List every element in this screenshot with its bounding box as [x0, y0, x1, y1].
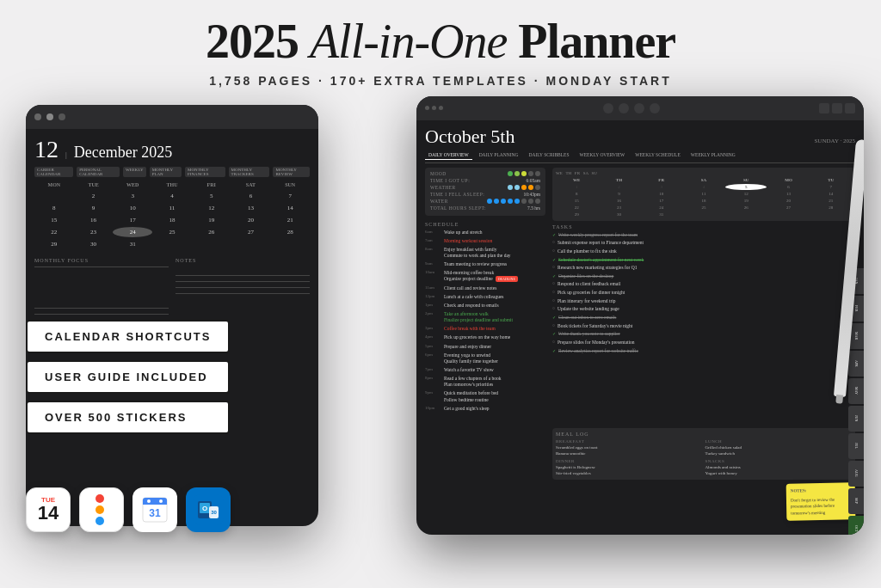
svg-point-4 [147, 499, 151, 503]
rt-icon2 [619, 103, 629, 113]
weather-dots [508, 185, 540, 190]
left-tab-review[interactable]: MONTHLY REVIEW [273, 167, 310, 177]
left-lower-area: MONTHLY FOCUS NOTES [34, 258, 310, 327]
water-dot5 [514, 199, 520, 204]
weather-dot1 [508, 185, 513, 190]
mood-row: MOOD [430, 171, 540, 176]
badge-stickers: OVER 500 STICKERS [26, 401, 230, 434]
sched-5pm: 5pmPrepare and enjoy dinner [425, 344, 545, 350]
breakfast-col: BREAKFAST Scrambled eggs on toastBanana … [556, 439, 703, 456]
left-tab-finances[interactable]: MONTHLY FINANCES [185, 167, 225, 177]
left-tablet-topbar [26, 105, 318, 129]
cal-header-row: MON TUE WED THU FRI SAT SUN [34, 182, 310, 187]
side-tab-sep[interactable]: SEP [848, 488, 864, 514]
sched-8pm: 8pmRead a few chapters of a bookPlan tom… [425, 376, 545, 388]
rt-btn3[interactable] [845, 103, 855, 113]
lunch-col: LUNCH Grilled chicken saladTurkey sandwi… [705, 439, 853, 456]
tab-daily-planning[interactable]: DAILY PLANNING [476, 150, 522, 160]
schedule-title: SCHEDULE [425, 222, 545, 227]
hours-slept-label: TOTAL HOURS SLEPT: [430, 205, 486, 211]
right-tablet: October 5th SUNDAY · 2025 DAILY OVERVIEW… [416, 96, 864, 535]
side-tab-may[interactable]: MAY [848, 378, 864, 404]
task-14: ○Prepare slides for Monday's presentatio… [552, 340, 855, 346]
mood-dot2 [514, 171, 520, 176]
meals-title: MEAL LOG [556, 432, 852, 437]
sched-10pm: 10pmGet a good night's sleep [425, 406, 545, 412]
side-tab-jun[interactable]: JUN [848, 406, 864, 432]
tab-daily-scribbles[interactable]: DAILY SCRIBBLES [525, 150, 572, 160]
left-tab-weekly[interactable]: WEEKLY [123, 167, 146, 177]
left-tab-monthly[interactable]: MONTHLY PLAN [150, 167, 182, 177]
ios-calendar-icon: TUE 14 [26, 487, 71, 532]
title-text-planner: Planner [507, 15, 675, 68]
sched-2pm: 2pmTake an afternoon walkFinalize projec… [425, 311, 545, 323]
rt-dot3 [439, 106, 443, 110]
hours-slept-row: TOTAL HOURS SLEPT: 7.5 hrs [430, 205, 540, 211]
task-1: ✓Write weekly progress report for the te… [552, 232, 855, 238]
schedule-section: SCHEDULE 6amWake up and stretch 7amMorni… [425, 222, 545, 520]
title-text-2025: 2025 [206, 15, 310, 68]
rt-btn1[interactable] [819, 103, 829, 113]
topbar-dot2 [46, 113, 53, 120]
right-tablet-topbar [416, 96, 864, 120]
meals-section: MEAL LOG BREAKFAST Scrambled eggs on toa… [552, 428, 855, 480]
google-calendar-icon: 31 [132, 487, 177, 532]
mood-dot1 [508, 171, 513, 176]
tab-weekly-planning[interactable]: WEEKLY PLANNING [687, 150, 739, 160]
time-asleep-val: 10:43pm [523, 192, 540, 197]
sched-1pm: 1pmCheck and respond to emails [425, 303, 545, 309]
mini-cal-grid: WETHFRSASUMOTU 1234567 891011121314 1516… [556, 177, 852, 217]
time-asleep-label: TIME I FELL ASLEEP: [430, 192, 484, 197]
side-tab-aug[interactable]: AUG [848, 461, 864, 487]
weather-row: WEATHER [430, 185, 540, 190]
mood-dots [508, 171, 540, 176]
tab-daily-overview[interactable]: DAILY OVERVIEW [425, 150, 472, 160]
tasks-title: TASKS [552, 224, 855, 230]
left-tab-career[interactable]: CAREER CALENDAR [34, 167, 73, 177]
outlook-icon: O 30 [186, 487, 231, 532]
left-tab-trackers[interactable]: MONTHLY TRACKERS [229, 167, 270, 177]
subtitle: 1,758 PAGES · 170+ EXTRA TEMPLATES · MON… [0, 74, 881, 88]
water-dots [487, 199, 540, 204]
svg-text:31: 31 [149, 507, 161, 519]
content-area: 12 | December 2025 CAREER CALENDAR PERSO… [0, 96, 881, 535]
time-asleep-row: TIME I FELL ASLEEP: 10:43pm [430, 192, 540, 197]
snacks-label: SNACKS [705, 459, 853, 463]
notes-area: NOTES: Don't forget to review the presen… [552, 483, 855, 520]
water-dot2 [494, 199, 499, 204]
task-6: ✓Organize files on the desktop [552, 273, 855, 279]
task-3: ○Call the plumber to fix the sink [552, 248, 855, 254]
tab-weekly-schedule[interactable]: WEEKLY SCHEDULE [631, 150, 684, 160]
hours-slept-val: 7.5 hrs [527, 205, 540, 211]
side-tab-oct[interactable]: OCT [848, 516, 864, 535]
left-tab-personal[interactable]: PERSONAL CALENDAR [77, 167, 120, 177]
tab-weekly-overview[interactable]: WEEKLY OVERVIEW [576, 150, 629, 160]
water-dot8 [535, 199, 540, 204]
task-11: ✓Clean out inbox to zero emails [552, 315, 855, 321]
right-columns: MOOD TIME I GOT UP: 6:05am [425, 168, 855, 520]
topbar-dot1 [34, 113, 41, 120]
right-date-header: October 5th SUNDAY · 2025 [425, 126, 855, 148]
side-tab-apr[interactable]: APR [848, 351, 864, 377]
cal-hdr-sun: SUN [270, 182, 310, 187]
rt-icon1 [603, 103, 613, 113]
meals-grid: BREAKFAST Scrambled eggs on toastBanana … [556, 439, 852, 476]
right-tabs: DAILY OVERVIEW DAILY PLANNING DAILY SCRI… [425, 150, 855, 163]
task-12: ○Book tickets for Saturday's movie night [552, 323, 855, 329]
notes-sticky-text: Don't forget to review the presentation … [791, 495, 851, 516]
task-10: ○Update the website landing page [552, 306, 855, 312]
badge-calendar-shortcuts: CALENDAR SHORTCUTS [26, 320, 230, 353]
side-tab-jul[interactable]: JUL [848, 433, 864, 459]
mood-dot5 [535, 171, 540, 176]
dinner-label: DINNER [556, 459, 703, 463]
tasks-section: TASKS ✓Write weekly progress report for … [552, 224, 855, 425]
task-2: ○Submit expense report to Finance depart… [552, 240, 855, 246]
water-dot6 [521, 199, 527, 204]
rt-dot1 [425, 106, 429, 110]
subtitle-text: 1,758 PAGES · 170+ EXTRA TEMPLATES · MON… [209, 74, 671, 88]
sched-6pm: 6pmEvening yoga to unwindQuality family … [425, 352, 545, 364]
rt-btn2[interactable] [832, 103, 842, 113]
breakfast-food: Scrambled eggs on toastBanana smoothie [556, 444, 703, 456]
lunch-food: Grilled chicken saladTurkey sandwich [705, 444, 853, 456]
badge-user-guide: USER GUIDE INCLUDED [26, 360, 230, 394]
